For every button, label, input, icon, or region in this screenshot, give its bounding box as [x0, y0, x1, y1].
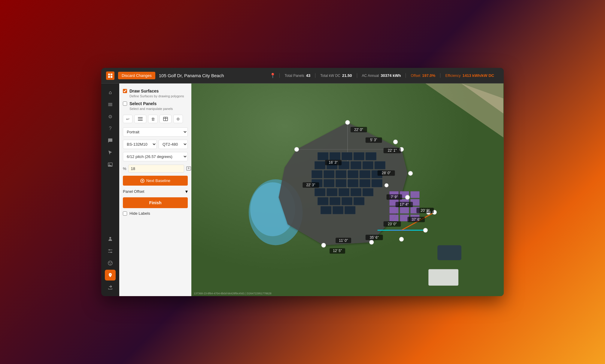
stat-total-panels: Total Panels 43 [279, 73, 315, 78]
svg-text:22' 3": 22' 3" [306, 183, 315, 187]
svg-point-97 [369, 240, 374, 244]
draw-surfaces-checkbox[interactable] [123, 89, 127, 93]
svg-text:5' 3": 5' 3" [370, 138, 377, 142]
nav-settings-icon[interactable]: ⚙ [105, 111, 116, 122]
select-panels-label[interactable]: Select Panels [129, 101, 157, 106]
nav-home-icon[interactable]: ⌂ [105, 87, 116, 98]
nav-help-icon[interactable]: ? [105, 123, 116, 134]
svg-rect-46 [351, 161, 361, 169]
import-icon[interactable] [186, 164, 191, 173]
svg-rect-51 [336, 170, 346, 178]
svg-point-89 [394, 140, 398, 144]
svg-rect-41 [354, 152, 364, 160]
svg-rect-68 [342, 197, 352, 205]
nav-export-icon[interactable] [105, 282, 116, 293]
svg-rect-5 [108, 104, 112, 105]
select-panels-desc: Select and manipulate panels [129, 107, 173, 111]
panel-select[interactable]: QT2-480 [159, 140, 188, 149]
svg-point-91 [408, 171, 412, 175]
draw-surfaces-label[interactable]: Draw Surfaces [129, 89, 159, 93]
hide-labels-checkbox[interactable] [123, 211, 127, 216]
map-metadata: 137368-23-8f64-4704-8b0d-b6428f9c45d1 | … [194, 292, 272, 295]
svg-rect-66 [318, 197, 328, 205]
svg-text:28' 0": 28' 0" [382, 171, 391, 175]
settings-tool-button[interactable]: ⚙ [173, 115, 183, 123]
panel-offset-row[interactable]: Panel Offset ▾ [123, 189, 188, 194]
app-logo [106, 71, 114, 80]
svg-rect-34 [428, 269, 458, 286]
svg-point-15 [109, 262, 110, 263]
svg-rect-3 [111, 76, 112, 78]
svg-point-92 [405, 195, 409, 199]
table-button[interactable] [160, 115, 172, 123]
svg-rect-0 [108, 74, 110, 75]
map-area[interactable]: 22' 0" 5' 3" 22' 1" 28' 0" 16' 3" 22' 3" [191, 83, 504, 296]
layers-toggle-button[interactable] [134, 115, 146, 123]
svg-point-16 [111, 262, 112, 263]
svg-rect-1 [111, 74, 112, 75]
discard-changes-button[interactable]: Discard Changes [118, 72, 155, 79]
finish-button[interactable]: Finish [123, 197, 188, 208]
svg-point-98 [321, 243, 326, 247]
svg-rect-60 [372, 179, 382, 187]
svg-rect-52 [348, 170, 358, 178]
svg-rect-20 [138, 119, 143, 119]
svg-rect-42 [366, 152, 376, 160]
nav-people-icon[interactable] [105, 234, 116, 244]
panel-offset-chevron: ▾ [185, 189, 188, 194]
svg-point-17 [110, 264, 111, 265]
hide-labels-row: Hide Labels [123, 211, 188, 216]
svg-rect-62 [327, 188, 337, 196]
next-baseline-button[interactable]: Next Baseline [123, 176, 188, 186]
nav-map-icon[interactable] [105, 270, 116, 281]
nav-image-icon[interactable] [105, 159, 116, 170]
svg-rect-48 [375, 161, 385, 169]
svg-rect-2 [108, 76, 110, 78]
svg-text:12' 5": 12' 5" [333, 249, 342, 253]
percent-label: % [123, 166, 126, 171]
address-label: 105 Golf Dr, Panama City Beach [159, 73, 266, 78]
main-area: ⌂ ⚙ ? [101, 83, 504, 296]
sidebar: Draw Surfaces Define Surfaces by drawing… [119, 83, 191, 296]
svg-rect-71 [333, 206, 343, 214]
module-row: BS-132M10 QT2-480 [123, 140, 188, 149]
svg-rect-4 [108, 103, 112, 104]
svg-rect-43 [315, 161, 325, 169]
app-window: Discard Changes 105 Golf Dr, Panama City… [101, 68, 504, 296]
svg-rect-19 [138, 117, 143, 118]
toolbar-row: ↩ 🗑 ⚙ [123, 115, 188, 123]
svg-rect-79 [390, 207, 399, 214]
svg-point-99 [294, 147, 299, 151]
svg-text:7' 9": 7' 9" [391, 195, 398, 199]
undo-button[interactable]: ↩ [123, 115, 132, 123]
hide-labels-label[interactable]: Hide Labels [129, 211, 150, 216]
svg-rect-33 [437, 245, 461, 260]
delete-button[interactable]: 🗑 [148, 115, 158, 123]
draw-surfaces-desc: Define Surfaces by drawing polygons [129, 94, 184, 98]
orientation-select[interactable]: Portrait Landscape [123, 127, 188, 137]
svg-point-96 [400, 237, 404, 241]
svg-text:22' 0": 22' 0" [354, 128, 363, 132]
nav-layers-icon[interactable] [105, 99, 116, 110]
select-panels-row: Select Panels Select and manipulate pane… [123, 101, 188, 111]
svg-point-13 [111, 252, 112, 253]
stats-bar: Total Panels 43 Total kW DC 21.50 AC Ann… [279, 73, 499, 78]
nav-palette-icon[interactable] [105, 258, 116, 268]
stat-ac-annual: AC Annual 30374 kWh [357, 73, 406, 78]
nav-pointer-icon[interactable] [105, 147, 116, 158]
stat-total-kw-dc: Total kW DC 21.50 [315, 73, 357, 78]
pitch-select[interactable]: 6/12 pitch (26.57 degrees) 4/12 pitch 8/… [123, 152, 188, 161]
svg-text:37' 6": 37' 6" [412, 217, 421, 222]
svg-rect-61 [315, 188, 325, 196]
svg-point-8 [109, 164, 110, 165]
percent-input[interactable] [128, 165, 184, 173]
module-select[interactable]: BS-132M10 [123, 140, 157, 149]
nav-sliders-icon[interactable] [105, 246, 116, 256]
svg-rect-65 [363, 188, 373, 196]
svg-rect-69 [354, 197, 364, 205]
svg-rect-58 [348, 179, 358, 187]
svg-point-11 [109, 249, 110, 250]
percent-row: % [123, 164, 188, 173]
nav-chat-icon[interactable] [105, 135, 116, 146]
select-panels-checkbox[interactable] [123, 102, 127, 106]
